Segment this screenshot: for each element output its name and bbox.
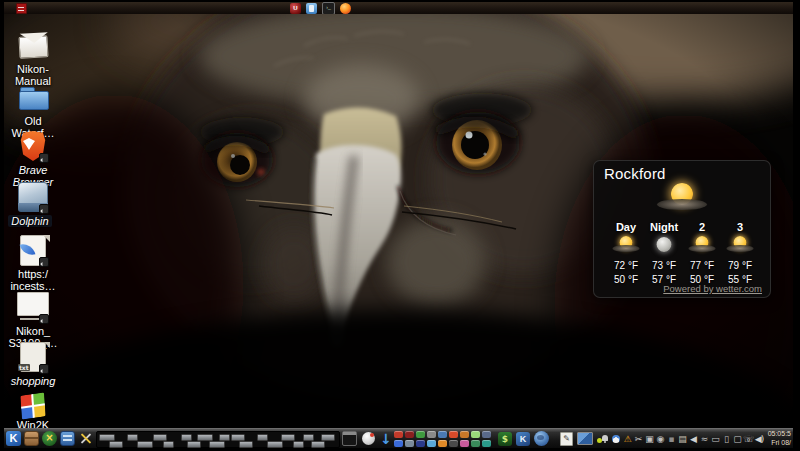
launcher-mini-icon[interactable] <box>482 431 491 438</box>
package-icon[interactable] <box>24 431 39 446</box>
tray-icon[interactable] <box>611 432 621 446</box>
kde-menu-icon[interactable]: K <box>6 431 21 446</box>
pager-window[interactable] <box>239 441 253 448</box>
pager-window[interactable] <box>321 434 335 441</box>
top-panel-launchers: U ›_ <box>290 2 351 14</box>
tray-icon[interactable] <box>600 432 610 446</box>
kde-app-icon[interactable]: K <box>516 432 530 446</box>
pager-window[interactable] <box>109 441 123 448</box>
launcher-mini-icon[interactable] <box>471 431 480 438</box>
tray-icon[interactable]: ▣ <box>644 432 654 446</box>
launcher-mini-icon[interactable] <box>405 440 414 447</box>
launcher-mini-icon[interactable] <box>416 440 425 447</box>
clock-time: 05:05:5 <box>755 430 791 439</box>
desktop-icon-win2k[interactable]: Win2K <box>4 390 62 431</box>
launcher-mini-icon[interactable] <box>427 440 436 447</box>
pager-window[interactable] <box>209 441 225 448</box>
pager-window[interactable] <box>257 434 268 441</box>
panel-util-icons: ✎ <box>560 429 602 448</box>
pager-window[interactable] <box>187 441 201 448</box>
forecast-high-temp: 79 °F <box>721 260 759 271</box>
launcher-mini-icon[interactable] <box>394 431 403 438</box>
launcher-mini-icon[interactable] <box>416 431 425 438</box>
launcher-mini-icon[interactable] <box>471 440 480 447</box>
forecast-label: Night <box>645 221 683 233</box>
pager-window[interactable] <box>127 434 138 441</box>
clock-date: Fri 08/ <box>755 439 791 448</box>
launcher-mini-icon[interactable] <box>438 440 447 447</box>
pager-window[interactable] <box>231 434 245 441</box>
tray-icon[interactable]: ▢ <box>732 432 742 446</box>
screen-frame: U ›_ <box>4 2 793 448</box>
notes-icon[interactable]: ✎ <box>560 432 573 446</box>
system-tools-icon[interactable] <box>78 431 93 446</box>
forecast-weather-icon <box>687 235 717 257</box>
panel-menu-icon[interactable] <box>16 3 27 14</box>
bottom-panel: K × <box>4 428 793 448</box>
tray-icon[interactable]: ⚠ <box>622 432 632 446</box>
pager-window[interactable] <box>137 441 153 448</box>
launcher-mini-icon[interactable] <box>394 440 403 447</box>
dolphin-icon-wrap <box>16 182 50 214</box>
tray-icon[interactable]: ▤ <box>677 432 687 446</box>
tray-icon[interactable]: ✂ <box>633 432 643 446</box>
desktop-icon-shopping[interactable]: txt shopping <box>4 340 62 387</box>
tray-icon[interactable]: ▪ <box>666 432 676 446</box>
launcher-mini-icon[interactable] <box>482 440 491 447</box>
terminal-icon[interactable] <box>342 431 357 446</box>
desktop-surface[interactable]: Nikon-Manual OldWaterf… BraveBrowser Dol… <box>4 14 793 429</box>
launcher-mini-icon[interactable] <box>438 431 447 438</box>
launcher-mini-icon[interactable] <box>427 431 436 438</box>
forecast-low-temp: 50 °F <box>607 274 645 285</box>
launcher-mini-icon[interactable] <box>460 431 469 438</box>
forecast-weather-icon <box>725 235 755 257</box>
clipboard-icon[interactable] <box>306 3 317 14</box>
firefox-icon[interactable] <box>340 3 351 14</box>
download-arrow-icon[interactable]: ↓ <box>380 432 392 446</box>
terminal-icon[interactable]: ›_ <box>322 2 335 15</box>
sphere-app-icon[interactable] <box>362 432 375 445</box>
forecast-column: Day 72 °F 50 °F <box>607 221 645 285</box>
pager-window[interactable] <box>311 441 325 448</box>
tray-icon[interactable]: ≈ <box>699 432 709 446</box>
weather-provider-link[interactable]: Powered by wetter.com <box>663 283 762 294</box>
forecast-column: 2 77 °F 50 °F <box>683 221 721 285</box>
tray-icon[interactable]: ☏ <box>743 432 753 446</box>
launcher-mini-icon[interactable] <box>449 431 458 438</box>
pager-window[interactable] <box>181 434 192 441</box>
launcher-mini-icon[interactable] <box>449 440 458 447</box>
tray-icon[interactable]: ◀ <box>688 432 698 446</box>
symlink-badge <box>39 204 49 214</box>
games-icon[interactable]: × <box>42 431 57 446</box>
gnucash-icon[interactable]: $ <box>498 432 512 446</box>
tray-icon[interactable]: ▭ <box>710 432 720 446</box>
pager-window[interactable] <box>153 434 167 441</box>
file-manager-icon[interactable] <box>60 431 75 446</box>
tray-icon[interactable]: ▯ <box>721 432 731 446</box>
pager-window[interactable] <box>293 441 304 448</box>
pager-window[interactable] <box>163 441 174 448</box>
pager-window[interactable] <box>281 434 295 441</box>
pager-window[interactable] <box>219 434 230 441</box>
tray-icon[interactable]: ◉ <box>655 432 665 446</box>
doc-icon-wrap <box>16 235 50 267</box>
pager-window[interactable] <box>99 434 115 441</box>
forecast-high-temp: 72 °F <box>607 260 645 271</box>
launcher-mini-icon[interactable] <box>460 440 469 447</box>
clock[interactable]: 05:05:5 Fri 08/ <box>755 430 791 447</box>
web-globe-icon[interactable] <box>534 431 549 446</box>
pager-window[interactable] <box>197 434 213 441</box>
desktop-icon-dolphin[interactable]: Dolphin <box>4 180 62 227</box>
desktop-icon-label-selected: Dolphin <box>4 215 62 227</box>
pager-window[interactable] <box>267 441 283 448</box>
display-settings-icon[interactable] <box>577 432 593 445</box>
red-app-icon[interactable]: U <box>290 3 301 14</box>
weather-widget[interactable]: Rockford Day 72 °F 50 °F Night <box>593 160 771 298</box>
txt-tag: txt <box>18 364 30 371</box>
desktop-icon-nikon-manual[interactable]: Nikon-Manual <box>4 30 62 88</box>
workspace-pager[interactable] <box>96 431 340 448</box>
launcher-mini-icon[interactable] <box>405 431 414 438</box>
txt-icon-wrap: txt <box>16 342 50 374</box>
pager-window[interactable] <box>303 434 314 441</box>
desktop-icon-https-incests[interactable]: https:/incests… <box>4 234 62 293</box>
